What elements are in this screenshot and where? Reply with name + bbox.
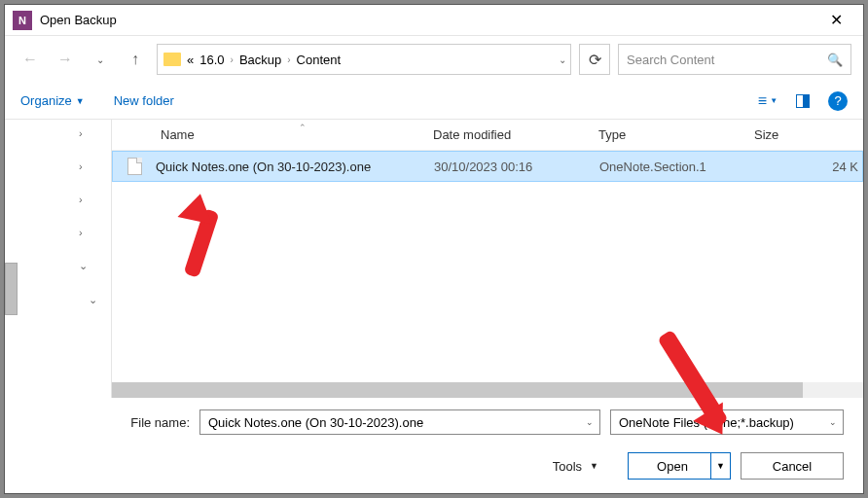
file-name: Quick Notes.one (On 30-10-2023).one [156,160,434,174]
navigation-tree[interactable]: › › › › ⌄ ⌄ [5,120,112,398]
scrollbar-thumb[interactable] [112,382,803,398]
cancel-button[interactable]: Cancel [741,452,844,480]
breadcrumb-prefix: « [187,53,194,67]
recent-locations-button[interactable]: ⌄ [87,46,114,73]
file-name-label: File name: [122,415,190,430]
toolbar: Organize ▼ New folder ≡ ▼ ? [5,83,863,120]
file-icon [127,158,142,175]
column-type[interactable]: Type [598,127,754,142]
chevron-right-icon: › [287,54,290,65]
chevron-right-icon: › [231,54,234,65]
footer: File name: Quick Notes.one (On 30-10-202… [5,398,863,493]
sort-asc-icon: ⌃ [299,123,307,132]
organize-menu[interactable]: Organize ▼ [20,93,85,108]
tree-scrollbar[interactable] [5,263,18,315]
tree-collapse-icon[interactable]: ⌄ [79,260,97,272]
file-type-filter[interactable]: OneNote Files (*.one;*.backup) ⌄ [610,409,844,435]
breadcrumb[interactable]: « 16.0 › Backup › Content ⌄ [157,44,571,75]
forward-button[interactable]: → [52,46,79,73]
column-headers: Name⌃ Date modified Type Size [112,120,863,151]
column-size[interactable]: Size [754,127,863,142]
tree-expand-icon[interactable]: › [79,194,97,205]
folder-icon [163,53,181,66]
navigation-bar: ← → ⌄ ↑ « 16.0 › Backup › Content ⌄ ⟳ Se… [5,36,863,83]
body-area: › › › › ⌄ ⌄ Name⌃ Date modified Type Siz… [5,120,863,398]
chevron-down-icon[interactable]: ⌄ [829,417,837,427]
file-type: OneNote.Section.1 [599,160,755,174]
close-button[interactable]: ✕ [816,7,855,34]
file-date: 30/10/2023 00:16 [434,160,599,174]
breadcrumb-part[interactable]: Content [297,53,342,67]
tree-collapse-icon[interactable]: ⌄ [89,294,97,306]
breadcrumb-part[interactable]: Backup [239,53,281,67]
file-list: Name⌃ Date modified Type Size Quick Note… [112,120,863,398]
search-input[interactable]: Search Content 🔍 [618,44,851,75]
new-folder-button[interactable]: New folder [114,93,174,108]
search-placeholder: Search Content [627,53,827,67]
chevron-down-icon: ▼ [590,461,598,471]
open-backup-dialog: N Open Backup ✕ ← → ⌄ ↑ « 16.0 › Backup … [4,4,864,494]
preview-pane-button[interactable] [789,88,816,115]
horizontal-scrollbar[interactable] [112,382,863,398]
column-date[interactable]: Date modified [433,127,598,142]
tree-expand-icon[interactable]: › [79,227,97,238]
help-button[interactable]: ? [828,91,848,111]
up-button[interactable]: ↑ [122,46,149,73]
onenote-icon: N [13,11,32,30]
open-button[interactable]: Open ▼ [628,452,731,480]
breadcrumb-part[interactable]: 16.0 [199,53,224,67]
refresh-button[interactable]: ⟳ [579,44,610,75]
file-size: 24 K [755,160,862,174]
tree-expand-icon[interactable]: › [79,127,97,139]
back-button[interactable]: ← [17,46,44,73]
column-name[interactable]: Name⌃ [112,127,433,142]
file-row[interactable]: Quick Notes.one (On 30-10-2023).one 30/1… [112,151,863,182]
file-name-input[interactable]: Quick Notes.one (On 30-10-2023).one ⌄ [199,409,600,435]
tree-expand-icon[interactable]: › [79,160,97,172]
window-title: Open Backup [40,13,816,27]
chevron-down-icon[interactable]: ⌄ [586,417,594,427]
chevron-down-icon: ▼ [76,96,85,106]
view-options-button[interactable]: ≡ ▼ [754,88,781,115]
breadcrumb-dropdown-icon[interactable]: ⌄ [559,54,566,65]
open-split-dropdown[interactable]: ▼ [710,453,730,479]
titlebar: N Open Backup ✕ [5,5,863,36]
tools-menu[interactable]: Tools ▼ [553,459,598,474]
search-icon: 🔍 [827,53,843,67]
